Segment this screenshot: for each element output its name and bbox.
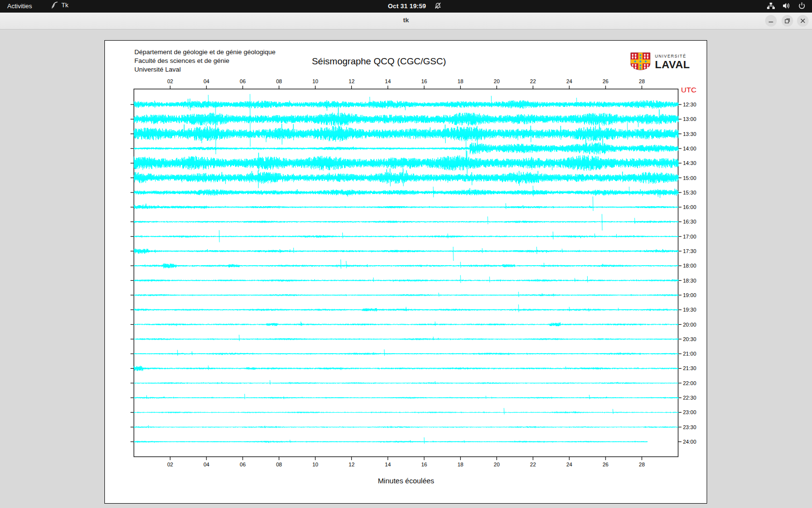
bottom-axis-tick-label: 24 <box>566 462 572 467</box>
trace-row-23 <box>134 437 648 444</box>
trace-row-6 <box>134 186 679 198</box>
top-axis-tick-label: 20 <box>494 78 500 84</box>
top-axis-tick-label: 12 <box>348 78 354 84</box>
trace-row-21 <box>134 408 679 414</box>
utc-row-label: 20:30 <box>683 336 696 342</box>
app-indicator-label: Tk <box>61 1 68 9</box>
tk-feather-icon <box>51 1 58 9</box>
top-axis-tick-label: 02 <box>167 78 173 84</box>
trace-row-18 <box>134 366 679 371</box>
utc-row-label: 13:00 <box>683 116 696 122</box>
top-axis-tick-label: 26 <box>603 78 609 84</box>
trace-row-15 <box>134 322 679 327</box>
utc-row-label: 19:30 <box>683 307 696 313</box>
utc-row-label: 16:30 <box>683 219 696 224</box>
utc-row-label: 22:30 <box>683 395 696 401</box>
trace-row-17 <box>134 349 679 356</box>
top-axis-tick-label: 22 <box>530 78 536 84</box>
bottom-axis-tick-label: 26 <box>603 462 609 467</box>
trace-row-22 <box>134 425 679 428</box>
trace-row-9 <box>134 230 679 242</box>
top-axis-tick-label: 06 <box>240 78 246 84</box>
utc-row-label: 14:00 <box>683 146 696 151</box>
utc-row-label: 24:00 <box>683 439 696 445</box>
trace-row-13 <box>134 292 679 297</box>
bottom-axis-tick-label: 16 <box>421 462 427 467</box>
top-axis-tick-label: 16 <box>421 78 427 84</box>
top-axis-tick-label: 08 <box>276 78 282 84</box>
trace-row-14 <box>134 304 679 312</box>
bottom-axis-tick-label: 20 <box>494 462 500 467</box>
activities-button[interactable]: Activities <box>7 2 32 10</box>
top-axis-tick-label: 18 <box>457 78 463 84</box>
utc-axis-title: UTC <box>681 86 696 94</box>
minimize-button[interactable] <box>765 15 777 27</box>
trace-row-11 <box>134 259 679 269</box>
bottom-axis-tick-label: 06 <box>240 462 246 467</box>
bottom-axis-tick-label: 12 <box>348 462 354 467</box>
window-titlebar[interactable]: tk <box>0 13 812 30</box>
bottom-axis-tick-label: 04 <box>203 462 209 467</box>
trace-row-5 <box>134 168 679 188</box>
trace-row-10 <box>134 247 679 261</box>
utc-row-label: 16:00 <box>683 204 696 210</box>
app-indicator[interactable]: Tk <box>51 1 68 9</box>
top-axis-tick-label: 04 <box>203 78 209 84</box>
utc-row-label: 15:30 <box>683 190 696 195</box>
utc-row-label: 14:30 <box>683 160 696 166</box>
utc-row-label: 23:00 <box>683 409 696 415</box>
network-wired-icon[interactable] <box>767 1 775 10</box>
trace-row-7 <box>134 196 679 211</box>
utc-row-label: 17:30 <box>683 248 696 254</box>
utc-row-label: 19:00 <box>683 292 696 298</box>
top-axis-tick-label: 14 <box>385 78 391 84</box>
power-icon[interactable] <box>798 1 806 10</box>
utc-row-label: 15:00 <box>683 175 696 181</box>
x-axis-title: Minutes écoulées <box>285 477 527 485</box>
seismograph-canvas: Département de géologie et de génie géol… <box>104 40 707 504</box>
bottom-axis-tick-label: 18 <box>457 462 463 467</box>
close-button[interactable] <box>797 15 809 27</box>
volume-icon[interactable] <box>782 1 791 10</box>
utc-row-label: 13:30 <box>683 131 696 137</box>
maximize-button[interactable] <box>782 15 793 27</box>
trace-row-19 <box>134 380 679 385</box>
top-axis-tick-label: 24 <box>566 78 572 84</box>
trace-row-12 <box>134 275 679 283</box>
bottom-axis-tick-label: 02 <box>167 462 173 467</box>
notifications-muted-icon <box>434 2 442 10</box>
utc-row-label: 21:00 <box>683 351 696 357</box>
utc-row-label: 23:30 <box>683 424 696 430</box>
utc-row-label: 12:30 <box>683 102 696 107</box>
utc-row-label: 18:30 <box>683 278 696 284</box>
bottom-axis-tick-label: 08 <box>276 462 282 467</box>
bottom-axis-tick-label: 10 <box>312 462 318 467</box>
window-title: tk <box>0 16 812 24</box>
bottom-axis-tick-label: 14 <box>385 462 391 467</box>
bottom-axis-tick-label: 28 <box>639 462 645 467</box>
utc-row-label: 17:00 <box>683 234 696 239</box>
utc-row-label: 22:00 <box>683 380 696 386</box>
utc-row-label: 18:00 <box>683 263 696 269</box>
bottom-axis-tick-label: 22 <box>530 462 536 467</box>
trace-row-20 <box>134 394 679 399</box>
utc-row-label: 21:30 <box>683 365 696 371</box>
gnome-top-bar: Activities Tk Oct 31 19:59 <box>0 0 812 13</box>
trace-row-8 <box>134 214 679 230</box>
seismogram-plot: 0202040406060808101012121414161618182020… <box>105 41 707 503</box>
trace-row-16 <box>134 335 679 341</box>
top-axis-tick-label: 10 <box>312 78 318 84</box>
utc-row-label: 20:00 <box>683 322 696 328</box>
top-axis-tick-label: 28 <box>639 78 645 84</box>
